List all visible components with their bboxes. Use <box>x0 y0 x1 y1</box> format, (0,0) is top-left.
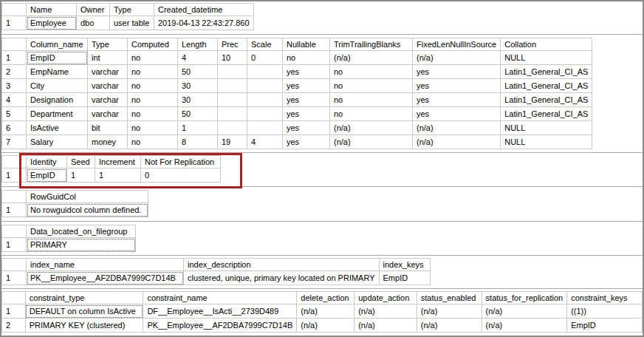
grid-cell[interactable]: yes <box>283 79 330 93</box>
selected-cell[interactable]: PK__Employee__AF2DBA7999C7D14B <box>27 271 184 285</box>
grid-cell[interactable]: City <box>27 79 88 93</box>
column-header[interactable]: Identity <box>27 156 67 168</box>
grid-cell[interactable]: (n/a) <box>297 319 354 333</box>
column-header[interactable]: Owner <box>77 4 110 16</box>
grid-cell[interactable]: dbo <box>77 16 110 30</box>
grid-cell[interactable]: DF__Employee__IsActi__2739D489 <box>143 304 297 319</box>
grid-cell[interactable] <box>247 79 283 93</box>
column-header[interactable]: index_keys <box>379 259 430 271</box>
grid-splitter[interactable] <box>1 32 643 37</box>
grid-cell[interactable]: 1 <box>95 168 141 183</box>
corner-header[interactable] <box>2 38 27 51</box>
grid-cell[interactable]: PRIMARY KEY (clustered) <box>25 319 143 333</box>
grid-cell[interactable]: yes <box>283 135 330 149</box>
grid-cell[interactable]: PK__Employee__AF2DBA7999C7D14B <box>143 319 297 333</box>
column-header[interactable]: index_name <box>27 259 184 271</box>
grid-cell[interactable]: money <box>88 135 128 149</box>
column-header[interactable]: TrimTrailingBlanks <box>330 38 413 51</box>
column-header[interactable]: Computed <box>128 38 178 51</box>
selected-cell[interactable]: PRIMARY <box>27 238 136 252</box>
grid-cell[interactable]: 30 <box>178 79 218 93</box>
grid-cell[interactable]: (n/a) <box>413 121 501 135</box>
selected-cell[interactable]: DEFAULT on column IsActive <box>25 304 143 319</box>
grid-cell[interactable]: no <box>330 107 413 121</box>
grid-splitter[interactable] <box>1 219 643 224</box>
column-header[interactable]: Prec <box>218 38 247 51</box>
row-number[interactable]: 7 <box>2 135 27 149</box>
corner-header[interactable] <box>2 4 27 16</box>
row-number[interactable]: 1 <box>2 203 27 217</box>
grid-cell[interactable]: varchar <box>88 65 128 79</box>
grid-cell[interactable]: 50 <box>178 65 218 79</box>
grid-cell[interactable]: (n/a) <box>417 319 482 333</box>
column-header[interactable]: constraint_type <box>25 292 143 304</box>
grid-cell[interactable]: (n/a) <box>417 304 482 319</box>
grid-cell[interactable]: yes <box>413 93 501 107</box>
grid-cell[interactable]: (n/a) <box>482 304 567 319</box>
column-header[interactable]: Name <box>27 4 77 16</box>
row-number[interactable]: 1 <box>2 16 27 30</box>
corner-header[interactable] <box>2 225 27 238</box>
grid-splitter[interactable] <box>1 184 643 189</box>
grid-cell[interactable]: no <box>128 121 178 135</box>
grid-cell[interactable]: int <box>88 51 128 65</box>
row-number[interactable]: 4 <box>2 93 27 107</box>
grid-cell[interactable]: (n/a) <box>330 135 413 149</box>
column-header[interactable]: Column_name <box>27 38 88 51</box>
grid-cell[interactable]: (n/a) <box>297 304 354 319</box>
grid-cell[interactable]: varchar <box>88 107 128 121</box>
row-number[interactable]: 1 <box>2 271 27 285</box>
grid-cell[interactable]: varchar <box>88 93 128 107</box>
grid-cell[interactable]: 4 <box>178 51 218 65</box>
grid-cell[interactable]: 50 <box>178 107 218 121</box>
column-header[interactable]: update_action <box>354 292 417 304</box>
grid-cell[interactable]: no <box>330 79 413 93</box>
column-header[interactable]: RowGuidCol <box>27 191 148 203</box>
grid-cell[interactable]: yes <box>413 65 501 79</box>
column-header[interactable]: index_description <box>184 259 380 271</box>
row-number[interactable]: 3 <box>2 79 27 93</box>
grid-cell[interactable]: ((1)) <box>567 304 643 319</box>
column-header[interactable]: Scale <box>247 38 283 51</box>
grid-cell[interactable] <box>218 121 247 135</box>
grid-cell[interactable]: no <box>128 93 178 107</box>
column-header[interactable]: Increment <box>95 156 141 168</box>
grid-cell[interactable]: 1 <box>67 168 95 183</box>
grid-cell[interactable]: 0 <box>247 51 283 65</box>
grid-cell[interactable]: (n/a) <box>330 121 413 135</box>
grid-cell-null[interactable]: NULL <box>501 51 592 65</box>
grid-cell[interactable] <box>247 121 283 135</box>
grid-cell[interactable]: (n/a) <box>330 51 413 65</box>
column-header[interactable]: Collation <box>501 38 592 51</box>
corner-header[interactable] <box>2 292 26 304</box>
grid-cell[interactable] <box>218 65 247 79</box>
selected-cell[interactable]: EmpID <box>27 168 67 183</box>
column-header[interactable]: Nullable <box>283 38 330 51</box>
column-header[interactable]: Type <box>88 38 128 51</box>
grid-cell[interactable]: yes <box>413 79 501 93</box>
grid-cell[interactable]: (n/a) <box>413 51 501 65</box>
row-number[interactable]: 1 <box>2 304 26 319</box>
column-header[interactable]: Length <box>178 38 218 51</box>
column-header[interactable]: FixedLenNullInSource <box>413 38 501 51</box>
grid-cell[interactable] <box>247 93 283 107</box>
grid-cell[interactable]: 30 <box>178 93 218 107</box>
grid-cell[interactable] <box>218 79 247 93</box>
column-header[interactable]: status_enabled <box>417 292 482 304</box>
row-number[interactable]: 6 <box>2 121 27 135</box>
column-header[interactable]: Not For Replication <box>141 156 221 168</box>
row-number[interactable]: 1 <box>2 238 27 252</box>
grid-cell[interactable]: Latin1_General_CI_AS <box>501 93 592 107</box>
corner-header[interactable] <box>2 156 27 168</box>
grid-cell[interactable]: 19 <box>218 135 247 149</box>
grid-cell[interactable]: no <box>128 107 178 121</box>
grid-cell[interactable]: Latin1_General_CI_AS <box>501 65 592 79</box>
grid-cell[interactable]: (n/a) <box>354 304 417 319</box>
grid-cell[interactable]: no <box>128 65 178 79</box>
grid-cell-null[interactable]: NULL <box>501 135 592 149</box>
grid-cell[interactable]: yes <box>283 65 330 79</box>
grid-cell[interactable]: yes <box>283 121 330 135</box>
selected-cell[interactable]: No rowguidcol column defined. <box>27 203 148 217</box>
grid-cell[interactable]: 2019-04-13 22:43:27.860 <box>154 16 254 30</box>
row-number[interactable]: 1 <box>2 168 27 183</box>
